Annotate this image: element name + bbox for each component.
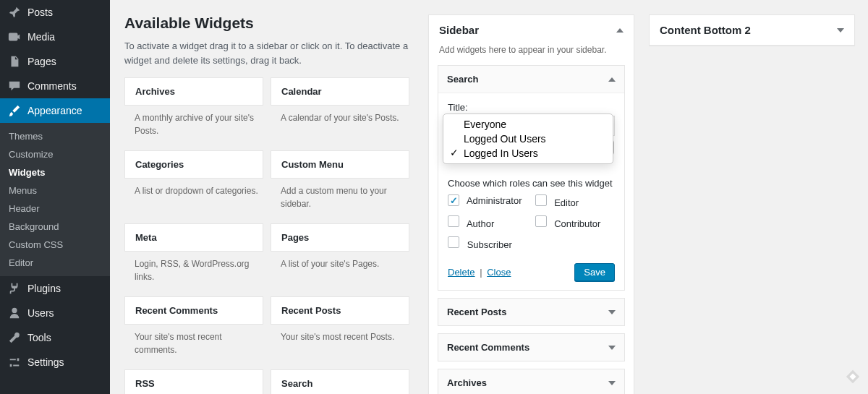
available-widgets-help: To activate a widget drag it to a sideba… — [124, 39, 414, 67]
nav-plugins-label: Plugins — [27, 283, 61, 294]
widget-archives-placed: Archives — [438, 369, 625, 394]
sidebar-area-title: Sidebar — [439, 24, 479, 36]
chevron-down-icon — [608, 381, 616, 385]
nav-plugins[interactable]: Plugins — [0, 276, 110, 301]
widget-recent-comments-header[interactable]: Recent Comments — [438, 334, 624, 361]
collapse-icon — [616, 28, 624, 33]
widget-recent-comments-desc: Your site's most recent comments. — [124, 325, 263, 362]
subnav-themes[interactable]: Themes — [0, 127, 110, 145]
available-widgets-column: Available Widgets To activate a widget d… — [124, 0, 414, 394]
nav-tools-label: Tools — [27, 332, 51, 343]
widget-pages-label: Pages — [271, 224, 409, 251]
widget-recent-posts-placed: Recent Posts — [438, 298, 625, 326]
nav-media[interactable]: Media — [0, 25, 110, 49]
nav-comments[interactable]: Comments — [0, 74, 110, 98]
nav-settings[interactable]: Settings — [0, 350, 110, 374]
role-subscriber[interactable]: Subscriber — [448, 236, 528, 250]
visibility-opt-everyone[interactable]: Everyone — [443, 117, 613, 132]
widget-recent-posts-desc: Your site's most recent Posts. — [271, 325, 409, 349]
widget-pages-desc: A list of your site's Pages. — [271, 252, 409, 276]
checkbox-icon — [448, 215, 459, 227]
sidebar-area-column: Sidebar Add widgets here to appear in yo… — [428, 0, 634, 394]
subnav-header[interactable]: Header — [0, 200, 110, 218]
widget-rss-label: RSS — [125, 370, 263, 394]
nav-pages-label: Pages — [27, 56, 56, 67]
brush-icon — [7, 103, 22, 118]
visibility-opt-logged-in[interactable]: Logged In Users — [443, 146, 613, 160]
admin-sidebar: Posts Media Pages Comments Appearance Th… — [0, 0, 110, 394]
roles-grid: Administrator Editor Author — [448, 194, 615, 253]
sliders-icon — [7, 355, 22, 369]
content-bottom-2-header[interactable]: Content Bottom 2 — [650, 15, 854, 45]
chevron-down-icon — [837, 28, 844, 33]
nav-posts-label: Posts — [27, 7, 53, 18]
widget-meta[interactable]: Meta — [124, 223, 263, 252]
save-button[interactable]: Save — [574, 263, 615, 281]
widget-search: Search Title: Everyone Logged Out Us — [438, 65, 625, 291]
pin-icon — [7, 5, 22, 20]
widget-search-header[interactable]: Search — [438, 66, 624, 93]
widget-recent-posts-header[interactable]: Recent Posts — [438, 299, 624, 325]
sidebar-area-body: Search Title: Everyone Logged Out Us — [429, 62, 634, 394]
roles-note: Choose which roles can see this widget — [448, 178, 615, 189]
sidebar-area-help: Add widgets here to appear in your sideb… — [429, 45, 634, 62]
widget-search-form: Title: Everyone Logged Out Users Logged … — [438, 93, 624, 290]
nav-appearance[interactable]: Appearance — [0, 98, 110, 123]
role-contributor[interactable]: Contributor — [535, 215, 616, 229]
widget-recent-comments[interactable]: Recent Comments — [124, 296, 263, 325]
subnav-menus[interactable]: Menus — [0, 181, 110, 200]
widget-meta-label: Meta — [125, 224, 263, 251]
subnav-editor[interactable]: Editor — [0, 254, 110, 272]
widget-recent-posts[interactable]: Recent Posts — [271, 296, 409, 325]
role-editor-label: Editor — [554, 197, 579, 208]
widget-categories-desc: A list or dropdown of categories. — [124, 179, 263, 203]
widget-recent-comments-title: Recent Comments — [447, 342, 529, 353]
widget-pages[interactable]: Pages — [271, 223, 409, 252]
nav-pages[interactable]: Pages — [0, 49, 110, 74]
subnav-widgets[interactable]: Widgets — [0, 163, 110, 181]
sidebar-area-header[interactable]: Sidebar — [429, 15, 634, 45]
widget-recent-posts-title: Recent Posts — [447, 307, 506, 317]
subnav-customcss[interactable]: Custom CSS — [0, 236, 110, 254]
widget-categories[interactable]: Categories — [124, 150, 263, 179]
visibility-opt-logged-out[interactable]: Logged Out Users — [443, 132, 613, 146]
subnav-background[interactable]: Background — [0, 218, 110, 236]
widget-rss[interactable]: RSS — [124, 369, 263, 394]
nav-posts[interactable]: Posts — [0, 0, 110, 25]
widget-archives-title: Archives — [447, 377, 487, 388]
role-subscriber-label: Subscriber — [467, 239, 512, 250]
checkbox-icon — [535, 215, 547, 227]
widget-search-title: Search — [447, 74, 478, 85]
widget-calendar[interactable]: Calendar — [271, 77, 409, 106]
widget-search-avail-label: Search — [271, 370, 409, 394]
widget-custom-menu[interactable]: Custom Menu — [271, 150, 409, 179]
user-icon — [7, 306, 22, 320]
nav-tools[interactable]: Tools — [0, 325, 110, 350]
nav-users[interactable]: Users — [0, 301, 110, 325]
media-icon — [7, 30, 22, 44]
visibility-dropdown: Everyone Logged Out Users Logged In User… — [443, 114, 613, 164]
comment-icon — [7, 79, 22, 93]
role-author-label: Author — [467, 218, 494, 229]
widget-archives-header[interactable]: Archives — [438, 369, 624, 394]
page-icon — [7, 54, 22, 69]
role-author[interactable]: Author — [448, 215, 528, 229]
widget-custom-menu-label: Custom Menu — [271, 151, 409, 178]
role-contributor-label: Contributor — [554, 218, 600, 229]
widget-archives[interactable]: Archives — [124, 77, 263, 106]
content-bottom-2-card: Content Bottom 2 — [649, 14, 855, 46]
widget-meta-desc: Login, RSS, & WordPress.org links. — [124, 252, 263, 289]
widget-recent-comments-label: Recent Comments — [125, 297, 263, 324]
close-link[interactable]: Close — [487, 267, 511, 278]
role-administrator[interactable]: Administrator — [448, 194, 528, 208]
subnav-customize[interactable]: Customize — [0, 145, 110, 163]
nav-media-label: Media — [27, 31, 55, 43]
delete-link[interactable]: Delete — [448, 267, 475, 278]
role-editor[interactable]: Editor — [535, 194, 616, 208]
widget-categories-label: Categories — [125, 151, 263, 178]
widget-calendar-desc: A calendar of your site's Posts. — [271, 106, 409, 130]
chevron-up-icon — [608, 77, 616, 82]
widget-search-avail[interactable]: Search — [271, 369, 409, 394]
widget-archives-label: Archives — [125, 78, 263, 105]
sidebar-area-card: Sidebar Add widgets here to appear in yo… — [428, 14, 634, 394]
